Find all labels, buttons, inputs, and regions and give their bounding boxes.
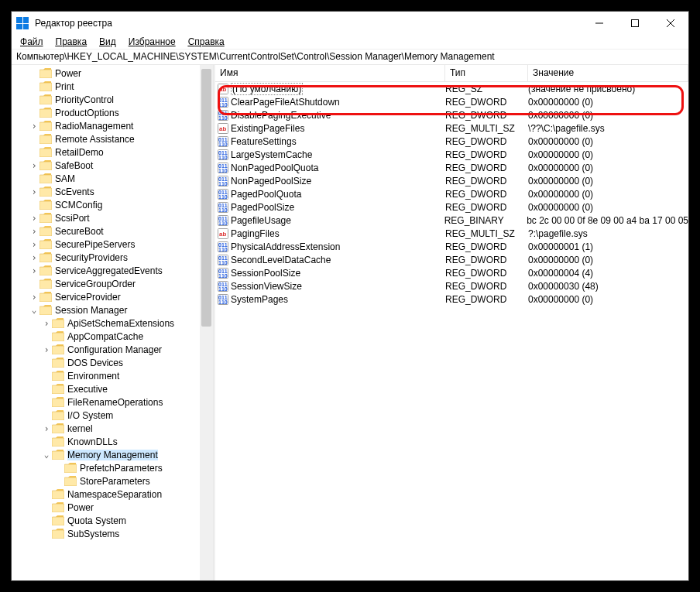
value-data: 0x00000000 (0) [528,255,688,265]
tree-item[interactable]: AppCompatCache [12,330,213,343]
svg-rect-34 [64,464,77,473]
tree-item[interactable]: SecurityProviders [12,251,213,264]
tree-item[interactable]: SubSystems [12,527,213,540]
tree-item[interactable]: SecurePipeServers [12,238,213,251]
tree-item[interactable]: ProductOptions [12,106,213,119]
list-row[interactable]: 011110NonPagedPoolSizeREG_DWORD0x0000000… [215,174,688,187]
list-row[interactable]: 011110SecondLevelDataCacheREG_DWORD0x000… [215,253,688,266]
list-row[interactable]: 011110DisablePagingExecutiveREG_DWORD0x0… [215,108,688,121]
svg-rect-31 [52,425,64,433]
list-row[interactable]: 011110PhysicalAddressExtensionREG_DWORD0… [215,240,688,253]
maximize-button[interactable] [617,12,653,35]
tree-item[interactable]: Power [12,67,213,80]
tree-item[interactable]: ServiceProvider [12,290,213,303]
tree-item-label: FileRenameOperations [67,397,163,408]
tree-item[interactable]: Print [12,80,213,93]
svg-rect-36 [52,491,64,499]
tree-item[interactable]: Power [12,501,213,514]
close-button[interactable] [653,12,688,35]
tree-item-label: AppCompatCache [67,331,143,342]
list-row[interactable]: 011110ClearPageFileAtShutdownREG_DWORD0x… [215,95,688,108]
tree-pane[interactable]: PowerPrintPriorityControlProductOptionsR… [12,65,214,580]
tree-item[interactable]: ServiceGroupOrder [12,277,213,290]
address-bar[interactable]: Компьютер\HKEY_LOCAL_MACHINE\SYSTEM\Curr… [12,50,688,65]
tree-item[interactable]: kernel [12,422,213,435]
value-type: REG_DWORD [445,255,528,265]
tree-item[interactable]: ScsiPort [12,211,213,224]
string-icon: ab [215,83,231,95]
tree-item[interactable]: SafeBoot [12,159,213,172]
tree-item[interactable]: SCMConfig [12,198,213,211]
menu-правка[interactable]: Правка [50,36,93,48]
titlebar[interactable]: Редактор реестра [12,12,688,35]
menu-избранное[interactable]: Избранное [123,36,181,48]
list-row[interactable]: 011110NonPagedPoolQuotaREG_DWORD0x000000… [215,161,688,174]
tree-item[interactable]: ServiceAggregatedEvents [12,264,213,277]
list-row[interactable]: abPagingFilesREG_MULTI_SZ?:\pagefile.sys [215,227,688,240]
tree-item-label: Environment [67,371,119,382]
tree-item-label: SafeBoot [55,160,93,171]
list-row[interactable]: 011110PagedPoolQuotaREG_DWORD0x00000000 … [215,187,688,200]
value-type: REG_MULTI_SZ [445,123,528,134]
menu-файл[interactable]: Файл [15,36,49,48]
tree-item[interactable]: StoreParameters [12,474,213,488]
folder-icon [52,502,64,512]
column-value[interactable]: Значение [528,65,688,81]
tree-item[interactable]: Quota System [12,514,213,527]
list-row[interactable]: abExistingPageFilesREG_MULTI_SZ\??\C:\pa… [215,121,688,135]
tree-item[interactable]: Configuration Manager [12,343,213,356]
tree-item[interactable]: PrefetchParameters [12,461,213,474]
svg-text:110: 110 [218,286,228,292]
tree-item[interactable]: Remote Assistance [12,132,213,145]
tree-item[interactable]: Memory Management [12,448,213,461]
tree-scrollbar[interactable] [200,65,213,580]
list-row[interactable]: 011110LargeSystemCacheREG_DWORD0x0000000… [215,148,688,161]
tree-item[interactable]: PriorityControl [12,93,213,106]
tree-item[interactable]: ApiSetSchemaExtensions [12,317,213,330]
tree-item[interactable]: NamespaceSeparation [12,488,213,501]
list-row[interactable]: ab(По умолчанию)REG_SZ(значение не присв… [215,82,688,95]
svg-rect-12 [39,175,52,183]
list-row[interactable]: 011110PagedPoolSizeREG_DWORD0x00000000 (… [215,200,688,214]
list-row[interactable]: 011110PagefileUsageREG_BINARYbc 2c 00 00… [215,214,688,227]
value-data: 0x00000030 (48) [528,281,688,292]
list-row[interactable]: 011110SystemPagesREG_DWORD0x00000000 (0) [215,293,688,306]
minimize-button[interactable] [582,12,617,35]
tree-item[interactable]: SecureBoot [12,224,213,238]
folder-icon [52,489,64,499]
tree-item[interactable]: RadioManagement [12,119,213,132]
svg-text:ab: ab [219,86,226,93]
svg-rect-19 [39,267,52,275]
svg-rect-28 [52,385,64,394]
tree-item-label: SecurityProviders [55,252,128,263]
tree-item[interactable]: Executive [12,382,213,395]
tree-item[interactable]: ScEvents [12,185,213,198]
tree-item[interactable]: RetailDemo [12,145,213,159]
value-name: PagedPoolQuota [231,189,445,200]
tree-item[interactable]: FileRenameOperations [12,395,213,409]
tree-item[interactable]: Session Manager [12,303,213,317]
menu-вид[interactable]: Вид [94,36,122,48]
value-data: (значение не присвоено) [528,84,688,94]
column-header[interactable]: Имя Тип Значение [215,65,688,82]
menubar: ФайлПравкаВидИзбранноеСправка [12,35,688,50]
binary-icon: 011110 [215,188,231,200]
list-row[interactable]: 011110FeatureSettingsREG_DWORD0x00000000… [215,135,688,148]
list-pane[interactable]: Имя Тип Значение ab(По умолчанию)REG_SZ(… [215,65,688,580]
value-name: NonPagedPoolQuota [231,163,445,173]
tree-item[interactable]: DOS Devices [12,356,213,369]
tree-item[interactable]: I/O System [12,409,213,422]
list-row[interactable]: 011110SessionPoolSizeREG_DWORD0x00000004… [215,266,688,279]
tree-item[interactable]: SAM [12,172,213,185]
svg-rect-20 [39,280,52,289]
tree-item[interactable]: Environment [12,369,213,382]
tree-item-label: ServiceGroupOrder [55,279,136,289]
svg-rect-23 [52,320,64,328]
value-data: 0x00000000 (0) [528,97,688,108]
column-name[interactable]: Имя [215,65,445,81]
column-type[interactable]: Тип [445,65,528,81]
list-row[interactable]: 011110SessionViewSizeREG_DWORD0x00000030… [215,279,688,293]
menu-справка[interactable]: Справка [183,36,230,48]
tree-item[interactable]: KnownDLLs [12,435,213,448]
value-type: REG_DWORD [445,241,528,252]
